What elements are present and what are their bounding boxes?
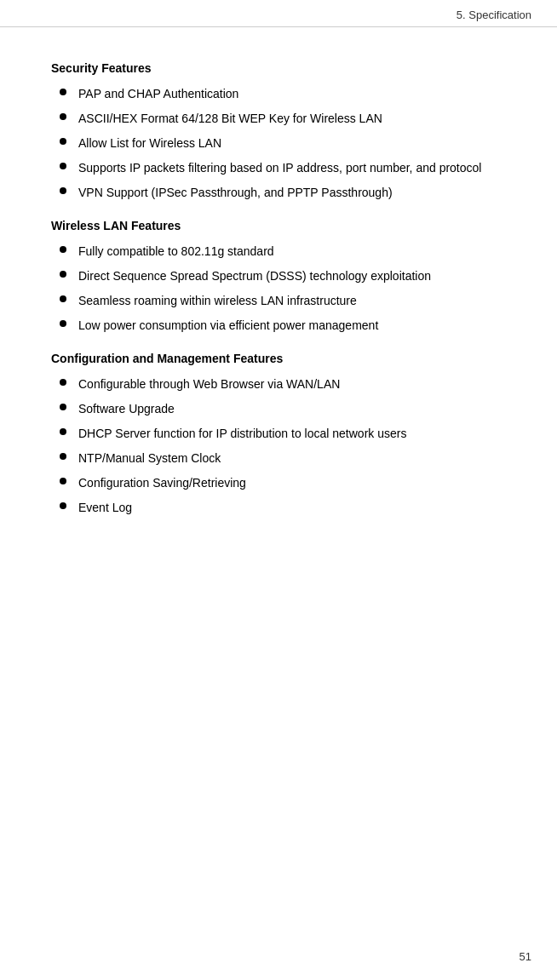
list-item-text: Allow List for Wireless LAN [78,135,506,152]
list-item: VPN Support (IPSec Passthrough, and PPTP… [51,184,506,202]
list-item-text: DHCP Server function for IP distribution… [78,425,506,443]
bullet-dot-icon [60,271,66,278]
bullet-dot-icon [60,113,66,120]
list-item-text: Seamless roaming within wireless LAN inf… [78,292,506,310]
bullet-dot-icon [60,187,66,194]
list-item: DHCP Server function for IP distribution… [51,425,506,443]
list-item: Configurable through Web Browser via WAN… [51,375,506,393]
list-item: ASCII/HEX Format 64/128 Bit WEP Key for … [51,110,506,128]
bullet-dot-icon [60,453,66,460]
list-item: Fully compatible to 802.11g standard [51,243,506,261]
bullet-dot-icon [60,379,66,386]
bullet-dot-icon [60,502,66,509]
section-title-wireless-lan-features: Wireless LAN Features [51,219,506,232]
list-item-text: PAP and CHAP Authentication [78,85,506,103]
bullet-dot-icon [60,89,66,95]
bullet-list-wireless-lan-features: Fully compatible to 802.11g standardDire… [51,243,506,335]
bullet-dot-icon [60,295,66,302]
list-item: Configuration Saving/Retrieving [51,474,506,492]
list-item-text: Direct Sequence Spread Spectrum (DSSS) t… [78,267,506,285]
list-item: Software Upgrade [51,400,506,418]
section-title-security-features: Security Features [51,61,506,75]
bullet-dot-icon [60,320,66,327]
list-item: Event Log [51,499,506,517]
page-header: 5. Specification [0,0,557,27]
list-item: Seamless roaming within wireless LAN inf… [51,292,506,310]
list-item: NTP/Manual System Clock [51,450,506,467]
bullet-dot-icon [60,163,66,169]
list-item-text: Configurable through Web Browser via WAN… [78,375,506,393]
bullet-dot-icon [60,246,66,253]
list-item-text: Event Log [78,499,506,517]
bullet-list-configuration-management-features: Configurable through Web Browser via WAN… [51,375,506,517]
bullet-dot-icon [60,404,66,410]
list-item: PAP and CHAP Authentication [51,85,506,103]
list-item-text: Low power consumption via efficient powe… [78,317,506,335]
list-item: Direct Sequence Spread Spectrum (DSSS) t… [51,267,506,285]
page-content: Security FeaturesPAP and CHAP Authentica… [0,27,557,568]
bullet-list-security-features: PAP and CHAP AuthenticationASCII/HEX For… [51,85,506,202]
bullet-dot-icon [60,478,66,484]
section-title-configuration-management-features: Configuration and Management Features [51,352,506,365]
list-item-text: Fully compatible to 802.11g standard [78,243,506,261]
chapter-title: 5. Specification [457,9,531,21]
list-item-text: Supports IP packets filtering based on I… [78,159,506,177]
list-item-text: NTP/Manual System Clock [78,450,506,467]
list-item-text: VPN Support (IPSec Passthrough, and PPTP… [78,184,506,202]
list-item-text: ASCII/HEX Format 64/128 Bit WEP Key for … [78,110,506,128]
bullet-dot-icon [60,428,66,435]
list-item-text: Configuration Saving/Retrieving [78,474,506,492]
list-item: Supports IP packets filtering based on I… [51,159,506,177]
page-footer: 51 [520,950,531,963]
bullet-dot-icon [60,138,66,145]
page-number: 51 [520,950,531,963]
list-item: Allow List for Wireless LAN [51,135,506,152]
list-item: Low power consumption via efficient powe… [51,317,506,335]
list-item-text: Software Upgrade [78,400,506,418]
